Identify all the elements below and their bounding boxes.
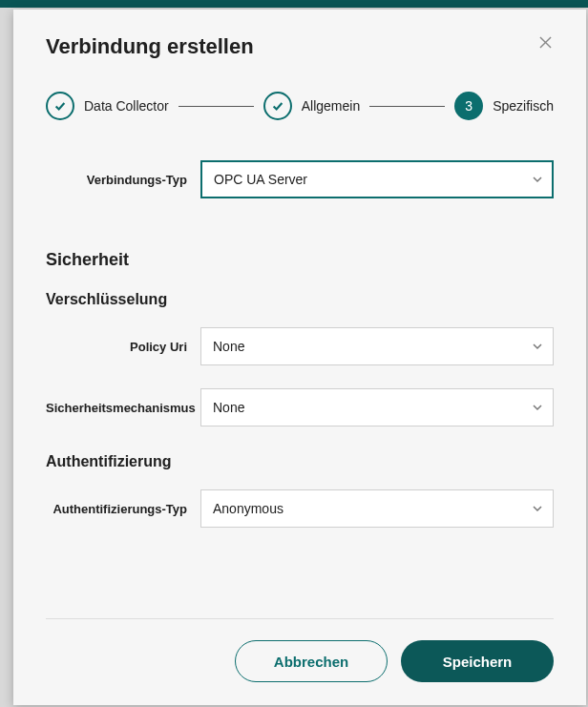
create-connection-modal: Verbindung erstellen Data Collector Allg… (13, 10, 586, 705)
subsection-encryption: Verschlüsselung (46, 291, 554, 308)
app-topbar (0, 0, 588, 8)
section-security: Sicherheit (46, 250, 554, 270)
label-policy-uri: Policy Uri (46, 340, 200, 354)
label-security-mechanism: Sicherheitsmechanismus (46, 401, 200, 415)
step-label: Data Collector (84, 98, 169, 114)
modal-title: Verbindung erstellen (46, 34, 254, 59)
modal-footer: Abbrechen Speichern (46, 640, 554, 682)
step-spezifisch[interactable]: 3 Spezifisch (454, 92, 554, 120)
label-auth-type: Authentifizierungs-Typ (46, 502, 200, 516)
select-value: None (200, 388, 554, 426)
row-auth-type: Authentifizierungs-Typ Anonymous (46, 489, 554, 528)
save-button[interactable]: Speichern (401, 640, 554, 682)
select-connection-type[interactable]: OPC UA Server (200, 160, 554, 198)
step-label: Allgemein (302, 98, 360, 114)
form-area: Verbindungs-Typ OPC UA Server Sicherheit… (46, 160, 554, 618)
step-data-collector[interactable]: Data Collector (46, 92, 169, 120)
select-value: None (200, 327, 554, 365)
modal-header: Verbindung erstellen (46, 34, 554, 59)
step-allgemein[interactable]: Allgemein (263, 92, 360, 120)
select-auth-type[interactable]: Anonymous (200, 489, 554, 528)
footer-divider (46, 618, 554, 619)
select-security-mechanism[interactable]: None (200, 388, 554, 426)
step-connector (369, 106, 445, 107)
check-icon (263, 92, 292, 120)
wizard-stepper: Data Collector Allgemein 3 Spezifisch (46, 92, 554, 120)
select-value: OPC UA Server (200, 160, 554, 198)
row-policy-uri: Policy Uri None (46, 327, 554, 365)
row-security-mechanism: Sicherheitsmechanismus None (46, 388, 554, 426)
close-button[interactable] (537, 34, 554, 53)
row-connection-type: Verbindungs-Typ OPC UA Server (46, 160, 554, 198)
cancel-button[interactable]: Abbrechen (235, 640, 388, 682)
label-connection-type: Verbindungs-Typ (46, 173, 200, 187)
step-number-badge: 3 (454, 92, 483, 120)
select-policy-uri[interactable]: None (200, 327, 554, 365)
select-value: Anonymous (200, 489, 554, 528)
check-icon (46, 92, 74, 120)
subsection-auth: Authentifizierung (46, 453, 554, 470)
step-label: Spezifisch (493, 98, 554, 114)
step-connector (178, 106, 254, 107)
close-icon (539, 35, 552, 52)
